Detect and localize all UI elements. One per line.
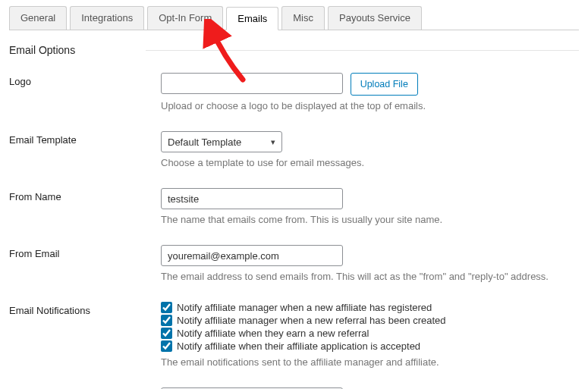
notify-affiliate-referral-checkbox[interactable] [161, 328, 172, 339]
notify-affiliate-referral-label: Notify affiliate when they earn a new re… [177, 328, 369, 339]
tab-general[interactable]: General [9, 6, 67, 30]
logo-input[interactable] [161, 73, 343, 94]
settings-tabs: General Integrations Opt-In Form Emails … [9, 6, 579, 30]
from-name-help: The name that emails come from. This is … [161, 214, 579, 225]
notify-affiliate-accepted-checkbox[interactable] [161, 340, 172, 352]
from-email-label: From Email [9, 245, 161, 259]
email-template-select[interactable]: Default Template ▾ [161, 131, 282, 152]
tab-emails[interactable]: Emails [226, 7, 278, 30]
section-divider [146, 50, 579, 51]
tab-misc[interactable]: Misc [281, 6, 325, 30]
from-name-label: From Name [9, 188, 161, 202]
tab-optin-form[interactable]: Opt-In Form [147, 6, 223, 30]
chevron-down-icon: ▾ [271, 137, 275, 147]
tab-integrations[interactable]: Integrations [70, 6, 144, 30]
notify-affiliate-accepted-label: Notify affiliate when their affiliate ap… [177, 340, 420, 352]
notify-manager-new-affiliate-checkbox[interactable] [161, 302, 172, 313]
email-template-help: Choose a template to use for email messa… [161, 157, 579, 168]
notify-manager-new-referral-checkbox[interactable] [161, 315, 172, 326]
from-name-input[interactable] [161, 188, 343, 209]
notify-manager-new-referral-label: Notify affiliate manager when a new refe… [177, 315, 446, 326]
email-notifications-help: The email notifications sent to the affi… [161, 356, 579, 368]
email-notifications-label: Email Notifications [9, 302, 161, 316]
notify-manager-new-affiliate-label: Notify affiliate manager when a new affi… [177, 302, 432, 313]
from-email-help: The email address to send emails from. T… [161, 271, 579, 282]
from-email-input[interactable] [161, 245, 343, 266]
tab-payouts-service[interactable]: Payouts Service [328, 6, 422, 30]
logo-label: Logo [9, 73, 161, 87]
upload-file-button[interactable]: Upload File [351, 73, 418, 96]
email-template-label: Email Template [9, 131, 161, 146]
email-template-value: Default Template [168, 136, 241, 148]
logo-help: Upload or choose a logo to be displayed … [161, 100, 579, 111]
section-title: Email Options [9, 44, 146, 56]
